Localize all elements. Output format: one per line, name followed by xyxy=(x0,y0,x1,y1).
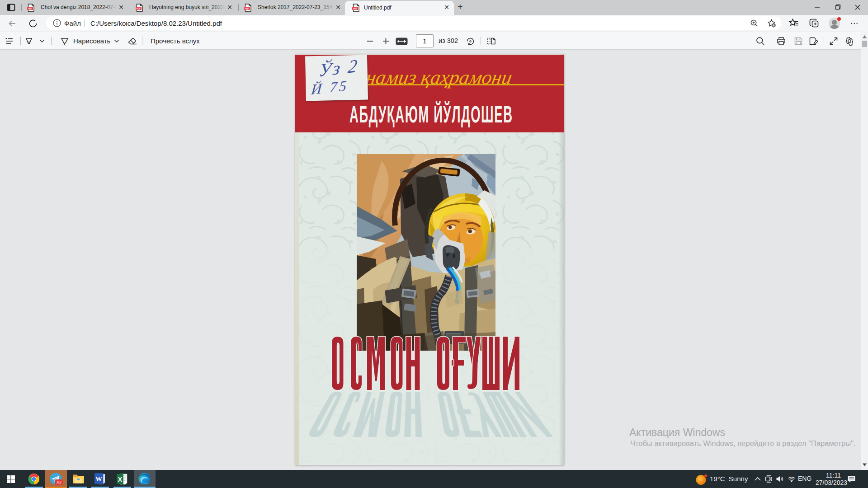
svg-text:PDF: PDF xyxy=(245,8,250,10)
svg-text:PDF: PDF xyxy=(353,8,358,10)
svg-text:X: X xyxy=(118,476,123,483)
svg-text:PDF: PDF xyxy=(137,8,141,10)
svg-text:W: W xyxy=(95,475,102,483)
svg-text:PDF: PDF xyxy=(28,8,33,10)
